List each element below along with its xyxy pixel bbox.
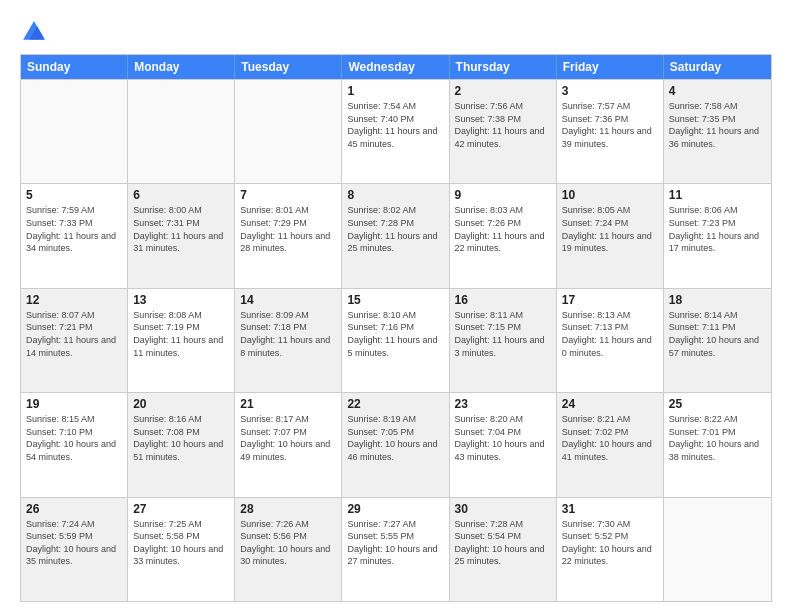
page: SundayMondayTuesdayWednesdayThursdayFrid… xyxy=(0,0,792,612)
cell-info: Sunrise: 8:13 AM Sunset: 7:13 PM Dayligh… xyxy=(562,309,658,359)
logo xyxy=(20,18,52,46)
day-number: 13 xyxy=(133,293,229,307)
calendar-cell: 13Sunrise: 8:08 AM Sunset: 7:19 PM Dayli… xyxy=(128,289,235,392)
calendar-cell: 6Sunrise: 8:00 AM Sunset: 7:31 PM Daylig… xyxy=(128,184,235,287)
calendar-cell xyxy=(664,498,771,601)
calendar-cell: 22Sunrise: 8:19 AM Sunset: 7:05 PM Dayli… xyxy=(342,393,449,496)
cell-info: Sunrise: 7:56 AM Sunset: 7:38 PM Dayligh… xyxy=(455,100,551,150)
day-number: 10 xyxy=(562,188,658,202)
calendar-cell: 31Sunrise: 7:30 AM Sunset: 5:52 PM Dayli… xyxy=(557,498,664,601)
calendar-cell: 17Sunrise: 8:13 AM Sunset: 7:13 PM Dayli… xyxy=(557,289,664,392)
calendar-cell: 2Sunrise: 7:56 AM Sunset: 7:38 PM Daylig… xyxy=(450,80,557,183)
calendar-cell: 24Sunrise: 8:21 AM Sunset: 7:02 PM Dayli… xyxy=(557,393,664,496)
calendar-cell xyxy=(235,80,342,183)
day-number: 4 xyxy=(669,84,766,98)
day-number: 24 xyxy=(562,397,658,411)
day-number: 30 xyxy=(455,502,551,516)
day-number: 20 xyxy=(133,397,229,411)
day-number: 8 xyxy=(347,188,443,202)
cell-info: Sunrise: 8:01 AM Sunset: 7:29 PM Dayligh… xyxy=(240,204,336,254)
day-number: 15 xyxy=(347,293,443,307)
calendar-cell: 15Sunrise: 8:10 AM Sunset: 7:16 PM Dayli… xyxy=(342,289,449,392)
day-number: 11 xyxy=(669,188,766,202)
weekday-header-saturday: Saturday xyxy=(664,55,771,79)
day-number: 16 xyxy=(455,293,551,307)
cell-info: Sunrise: 8:22 AM Sunset: 7:01 PM Dayligh… xyxy=(669,413,766,463)
calendar-cell: 18Sunrise: 8:14 AM Sunset: 7:11 PM Dayli… xyxy=(664,289,771,392)
calendar-cell: 3Sunrise: 7:57 AM Sunset: 7:36 PM Daylig… xyxy=(557,80,664,183)
calendar: SundayMondayTuesdayWednesdayThursdayFrid… xyxy=(20,54,772,602)
cell-info: Sunrise: 8:16 AM Sunset: 7:08 PM Dayligh… xyxy=(133,413,229,463)
cell-info: Sunrise: 7:25 AM Sunset: 5:58 PM Dayligh… xyxy=(133,518,229,568)
day-number: 1 xyxy=(347,84,443,98)
calendar-cell: 1Sunrise: 7:54 AM Sunset: 7:40 PM Daylig… xyxy=(342,80,449,183)
calendar-cell: 29Sunrise: 7:27 AM Sunset: 5:55 PM Dayli… xyxy=(342,498,449,601)
day-number: 23 xyxy=(455,397,551,411)
day-number: 18 xyxy=(669,293,766,307)
weekday-header-tuesday: Tuesday xyxy=(235,55,342,79)
calendar-cell: 12Sunrise: 8:07 AM Sunset: 7:21 PM Dayli… xyxy=(21,289,128,392)
cell-info: Sunrise: 8:15 AM Sunset: 7:10 PM Dayligh… xyxy=(26,413,122,463)
calendar-cell: 9Sunrise: 8:03 AM Sunset: 7:26 PM Daylig… xyxy=(450,184,557,287)
logo-icon xyxy=(20,18,48,46)
calendar-cell: 28Sunrise: 7:26 AM Sunset: 5:56 PM Dayli… xyxy=(235,498,342,601)
cell-info: Sunrise: 8:11 AM Sunset: 7:15 PM Dayligh… xyxy=(455,309,551,359)
calendar-header-row: SundayMondayTuesdayWednesdayThursdayFrid… xyxy=(21,55,771,79)
calendar-cell: 23Sunrise: 8:20 AM Sunset: 7:04 PM Dayli… xyxy=(450,393,557,496)
calendar-cell: 27Sunrise: 7:25 AM Sunset: 5:58 PM Dayli… xyxy=(128,498,235,601)
weekday-header-sunday: Sunday xyxy=(21,55,128,79)
day-number: 12 xyxy=(26,293,122,307)
day-number: 28 xyxy=(240,502,336,516)
cell-info: Sunrise: 8:17 AM Sunset: 7:07 PM Dayligh… xyxy=(240,413,336,463)
day-number: 22 xyxy=(347,397,443,411)
cell-info: Sunrise: 8:06 AM Sunset: 7:23 PM Dayligh… xyxy=(669,204,766,254)
cell-info: Sunrise: 8:03 AM Sunset: 7:26 PM Dayligh… xyxy=(455,204,551,254)
day-number: 2 xyxy=(455,84,551,98)
weekday-header-monday: Monday xyxy=(128,55,235,79)
cell-info: Sunrise: 7:58 AM Sunset: 7:35 PM Dayligh… xyxy=(669,100,766,150)
calendar-row-3: 19Sunrise: 8:15 AM Sunset: 7:10 PM Dayli… xyxy=(21,392,771,496)
cell-info: Sunrise: 7:28 AM Sunset: 5:54 PM Dayligh… xyxy=(455,518,551,568)
day-number: 26 xyxy=(26,502,122,516)
cell-info: Sunrise: 7:24 AM Sunset: 5:59 PM Dayligh… xyxy=(26,518,122,568)
cell-info: Sunrise: 7:54 AM Sunset: 7:40 PM Dayligh… xyxy=(347,100,443,150)
calendar-row-4: 26Sunrise: 7:24 AM Sunset: 5:59 PM Dayli… xyxy=(21,497,771,601)
day-number: 25 xyxy=(669,397,766,411)
day-number: 31 xyxy=(562,502,658,516)
day-number: 5 xyxy=(26,188,122,202)
cell-info: Sunrise: 8:00 AM Sunset: 7:31 PM Dayligh… xyxy=(133,204,229,254)
cell-info: Sunrise: 8:20 AM Sunset: 7:04 PM Dayligh… xyxy=(455,413,551,463)
day-number: 19 xyxy=(26,397,122,411)
cell-info: Sunrise: 7:26 AM Sunset: 5:56 PM Dayligh… xyxy=(240,518,336,568)
cell-info: Sunrise: 7:57 AM Sunset: 7:36 PM Dayligh… xyxy=(562,100,658,150)
calendar-cell: 4Sunrise: 7:58 AM Sunset: 7:35 PM Daylig… xyxy=(664,80,771,183)
cell-info: Sunrise: 7:27 AM Sunset: 5:55 PM Dayligh… xyxy=(347,518,443,568)
day-number: 14 xyxy=(240,293,336,307)
calendar-row-2: 12Sunrise: 8:07 AM Sunset: 7:21 PM Dayli… xyxy=(21,288,771,392)
day-number: 6 xyxy=(133,188,229,202)
calendar-cell: 26Sunrise: 7:24 AM Sunset: 5:59 PM Dayli… xyxy=(21,498,128,601)
cell-info: Sunrise: 8:08 AM Sunset: 7:19 PM Dayligh… xyxy=(133,309,229,359)
calendar-cell: 25Sunrise: 8:22 AM Sunset: 7:01 PM Dayli… xyxy=(664,393,771,496)
calendar-cell: 21Sunrise: 8:17 AM Sunset: 7:07 PM Dayli… xyxy=(235,393,342,496)
weekday-header-thursday: Thursday xyxy=(450,55,557,79)
cell-info: Sunrise: 8:21 AM Sunset: 7:02 PM Dayligh… xyxy=(562,413,658,463)
header xyxy=(20,18,772,46)
day-number: 9 xyxy=(455,188,551,202)
cell-info: Sunrise: 8:09 AM Sunset: 7:18 PM Dayligh… xyxy=(240,309,336,359)
weekday-header-friday: Friday xyxy=(557,55,664,79)
calendar-row-0: 1Sunrise: 7:54 AM Sunset: 7:40 PM Daylig… xyxy=(21,79,771,183)
calendar-cell: 5Sunrise: 7:59 AM Sunset: 7:33 PM Daylig… xyxy=(21,184,128,287)
day-number: 21 xyxy=(240,397,336,411)
day-number: 7 xyxy=(240,188,336,202)
calendar-cell xyxy=(21,80,128,183)
day-number: 3 xyxy=(562,84,658,98)
calendar-cell: 30Sunrise: 7:28 AM Sunset: 5:54 PM Dayli… xyxy=(450,498,557,601)
cell-info: Sunrise: 8:10 AM Sunset: 7:16 PM Dayligh… xyxy=(347,309,443,359)
calendar-row-1: 5Sunrise: 7:59 AM Sunset: 7:33 PM Daylig… xyxy=(21,183,771,287)
calendar-cell: 14Sunrise: 8:09 AM Sunset: 7:18 PM Dayli… xyxy=(235,289,342,392)
weekday-header-wednesday: Wednesday xyxy=(342,55,449,79)
calendar-cell: 10Sunrise: 8:05 AM Sunset: 7:24 PM Dayli… xyxy=(557,184,664,287)
calendar-cell: 16Sunrise: 8:11 AM Sunset: 7:15 PM Dayli… xyxy=(450,289,557,392)
day-number: 27 xyxy=(133,502,229,516)
